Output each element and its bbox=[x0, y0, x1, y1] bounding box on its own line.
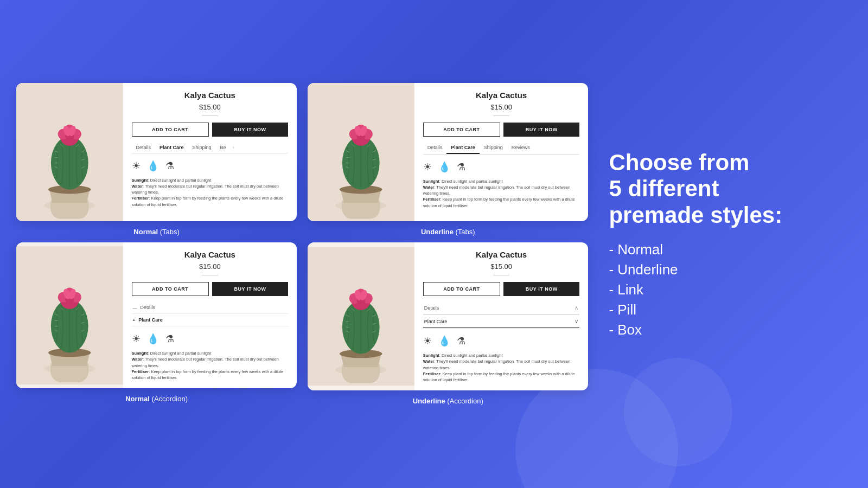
product-title-1: Kalya Cactus bbox=[132, 91, 289, 100]
card-label-4: Underline (Accordion) bbox=[308, 397, 588, 405]
accordion-header-details-3[interactable]: — Details bbox=[132, 301, 289, 313]
style-link: - Link bbox=[609, 281, 852, 298]
accordion-ul-header-details-4[interactable]: Details ∧ bbox=[423, 301, 580, 314]
btn-row-2: ADD TO CART BUY IT NOW bbox=[423, 123, 580, 137]
fertilizer-icon-4: ⚗ bbox=[457, 335, 465, 347]
card-label-3: Normal (Accordion) bbox=[16, 395, 297, 403]
card-underline-tabs: Kalya Cactus $15.00 ADD TO CART BUY IT N… bbox=[308, 83, 588, 236]
style-box: - Box bbox=[609, 322, 852, 338]
accordion-ul-item-details-4: Details ∧ bbox=[423, 301, 580, 315]
choose-title: Choose from5 differentpremade styles: bbox=[609, 150, 852, 228]
product-title-2: Kalya Cactus bbox=[423, 91, 580, 100]
card-normal-tabs: Kalya Cactus $15.00 ADD TO CART BUY IT N… bbox=[16, 83, 297, 236]
tab-shipping-2[interactable]: Shipping bbox=[480, 142, 507, 154]
care-icons-1: ☀ 💧 ⚗ bbox=[132, 160, 289, 172]
card-label-2: Underline (Tabs) bbox=[308, 228, 588, 236]
card-content-3: Kalya Cactus $15.00 ADD TO CART BUY IT N… bbox=[123, 242, 297, 388]
tab-details-2[interactable]: Details bbox=[423, 142, 447, 154]
accordion-arrow-plantcare-3: + bbox=[133, 318, 136, 323]
btn-row-4: ADD TO CART BUY IT NOW bbox=[423, 282, 580, 296]
tab-plant-care-1[interactable]: Plant Care bbox=[155, 142, 188, 153]
cactus-image-4 bbox=[308, 242, 414, 390]
accordion-underline-4: Details ∧ Plant Care ∨ bbox=[423, 301, 580, 329]
care-icons-3: ☀ 💧 ⚗ bbox=[132, 333, 289, 345]
product-title-4: Kalya Cactus bbox=[423, 250, 580, 259]
add-to-cart-btn-1[interactable]: ADD TO CART bbox=[132, 123, 209, 137]
style-underline: - Underline bbox=[609, 261, 852, 278]
style-normal: - Normal bbox=[609, 241, 852, 258]
styles-list: - Normal - Underline - Link - Pill - Box bbox=[609, 241, 852, 338]
tabs-normal-1: Details Plant Care Shipping Be › bbox=[132, 142, 289, 153]
water-icon-1: 💧 bbox=[147, 160, 159, 172]
card-label-1: Normal (Tabs) bbox=[16, 228, 297, 236]
sun-icon-2: ☀ bbox=[423, 161, 432, 173]
add-to-cart-btn-2[interactable]: ADD TO CART bbox=[423, 123, 500, 137]
style-pill: - Pill bbox=[609, 301, 852, 318]
water-icon-3: 💧 bbox=[147, 333, 159, 345]
care-text-2: Sunlight: Direct sunlight and partial su… bbox=[423, 178, 580, 209]
cactus-image-2 bbox=[308, 83, 414, 221]
tab-shipping-1[interactable]: Shipping bbox=[188, 142, 216, 153]
product-price-3: $15.00 bbox=[132, 262, 289, 271]
buy-it-now-btn-4[interactable]: BUY IT NOW bbox=[503, 282, 579, 296]
tabs-underline-2: Details Plant Care Shipping Reviews bbox=[423, 142, 580, 155]
buy-it-now-btn-1[interactable]: BUY IT NOW bbox=[212, 123, 288, 137]
card-underline-accordion: Kalya Cactus $15.00 ADD TO CART BUY IT N… bbox=[308, 242, 588, 405]
sun-icon-1: ☀ bbox=[132, 160, 141, 172]
card-content-2: Kalya Cactus $15.00 ADD TO CART BUY IT N… bbox=[414, 83, 589, 221]
card-content-4: Kalya Cactus $15.00 ADD TO CART BUY IT N… bbox=[414, 242, 589, 390]
fertilizer-icon-3: ⚗ bbox=[165, 333, 174, 345]
care-icons-4: ☀ 💧 ⚗ bbox=[423, 335, 580, 347]
sun-icon-4: ☀ bbox=[423, 335, 432, 347]
accordion-ul-item-plantcare-4: Plant Care ∨ bbox=[423, 315, 580, 329]
btn-row-3: ADD TO CART BUY IT NOW bbox=[132, 282, 289, 296]
product-price-2: $15.00 bbox=[423, 103, 580, 111]
add-to-cart-btn-3[interactable]: ADD TO CART bbox=[132, 282, 209, 296]
water-icon-4: 💧 bbox=[438, 335, 450, 347]
tab-plant-care-2[interactable]: Plant Care bbox=[446, 142, 480, 154]
fertilizer-icon-2: ⚗ bbox=[457, 161, 465, 173]
accordion-ul-label-details-4: Details bbox=[424, 305, 439, 311]
product-price-1: $15.00 bbox=[132, 103, 289, 111]
care-text-1: Sunlight: Direct sunlight and partial su… bbox=[132, 177, 289, 208]
care-icons-2: ☀ 💧 ⚗ bbox=[423, 161, 580, 173]
tab-more-1[interactable]: › bbox=[231, 142, 237, 153]
accordion-arrow-details-3: — bbox=[133, 305, 137, 310]
water-icon-2: 💧 bbox=[438, 161, 450, 173]
accordion-label-plantcare-3: Plant Care bbox=[138, 317, 163, 323]
accordion-label-details-3: Details bbox=[141, 305, 156, 310]
fertilizer-icon-1: ⚗ bbox=[165, 160, 174, 172]
accordion-ul-header-plantcare-4[interactable]: Plant Care ∨ bbox=[423, 315, 580, 328]
tab-details-1[interactable]: Details bbox=[132, 142, 156, 153]
care-text-4: Sunlight: Direct sunlight and partial su… bbox=[423, 352, 580, 383]
right-panel: Choose from5 differentpremade styles: - … bbox=[603, 150, 852, 338]
accordion-item-plantcare-3: + Plant Care bbox=[132, 314, 289, 326]
buy-it-now-btn-2[interactable]: BUY IT NOW bbox=[503, 123, 579, 137]
tab-reviews-2[interactable]: Reviews bbox=[507, 142, 534, 154]
accordion-normal-3: — Details + Plant Care bbox=[132, 301, 289, 326]
accordion-item-details-3: — Details bbox=[132, 301, 289, 314]
accordion-ul-arrow-plantcare-4: ∨ bbox=[575, 318, 578, 324]
card-normal-accordion: Kalya Cactus $15.00 ADD TO CART BUY IT N… bbox=[16, 242, 297, 405]
add-to-cart-btn-4[interactable]: ADD TO CART bbox=[423, 282, 500, 296]
product-title-3: Kalya Cactus bbox=[132, 250, 289, 259]
accordion-ul-arrow-details-4: ∧ bbox=[575, 305, 578, 311]
accordion-ul-label-plantcare-4: Plant Care bbox=[424, 319, 448, 324]
care-text-3: Sunlight: Direct sunlight and partial su… bbox=[132, 350, 289, 381]
btn-row-1: ADD TO CART BUY IT NOW bbox=[132, 123, 289, 137]
accordion-header-plantcare-3[interactable]: + Plant Care bbox=[132, 314, 289, 326]
sun-icon-3: ☀ bbox=[132, 333, 141, 345]
card-content-1: Kalya Cactus $15.00 ADD TO CART BUY IT N… bbox=[123, 83, 297, 221]
cactus-image-1 bbox=[16, 83, 123, 221]
product-price-4: $15.00 bbox=[423, 262, 580, 271]
tab-be-1[interactable]: Be bbox=[216, 142, 231, 153]
buy-it-now-btn-3[interactable]: BUY IT NOW bbox=[212, 282, 288, 296]
cactus-image-3 bbox=[16, 242, 123, 388]
